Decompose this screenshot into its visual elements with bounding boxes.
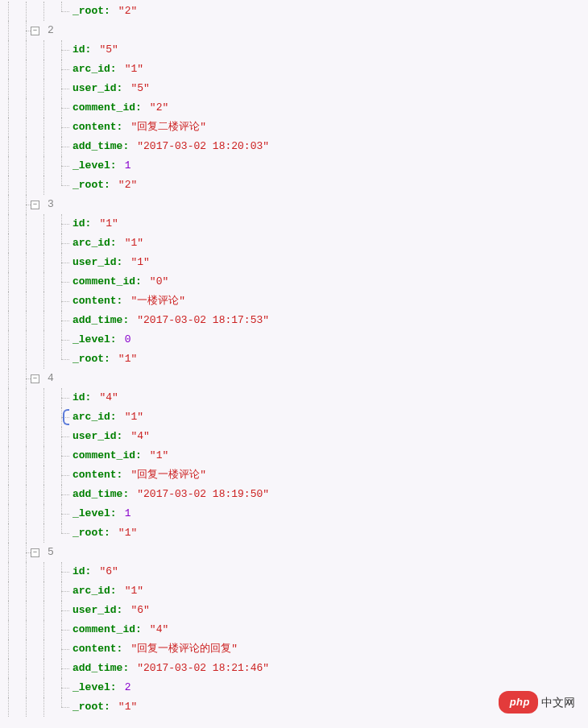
json-key: user_id [72, 253, 117, 272]
json-key: comment_id [72, 446, 135, 465]
tree-group-header[interactable]: −2 [0, 21, 588, 40]
json-string-value: "6" [99, 562, 118, 581]
tree-leaf[interactable]: _root :"2" [0, 176, 588, 195]
tree-leaf[interactable]: content :"回复一楼评论的回复" [0, 639, 588, 659]
tree-leaf[interactable]: content :"回复一楼评论" [0, 465, 588, 485]
json-key: add_time [72, 659, 122, 678]
tree-leaf[interactable]: add_time :"2017-03-02 18:20:03" [0, 137, 588, 156]
json-key: user_id [72, 79, 117, 98]
tree-leaf[interactable]: arc_id :"1" [0, 407, 588, 427]
json-string-value: "回复一楼评论" [130, 465, 206, 485]
json-key: id [72, 388, 85, 407]
colon: : [110, 504, 117, 523]
colon: : [117, 118, 123, 137]
colon: : [135, 272, 142, 292]
colon: : [117, 427, 123, 446]
json-string-value: "一楼评论" [130, 292, 185, 311]
tree-leaf[interactable]: comment_id :"4" [0, 620, 588, 639]
colon: : [104, 2, 110, 21]
tree-leaf[interactable]: arc_id :"1" [0, 234, 588, 253]
tree-leaf[interactable]: _root :"1" [0, 350, 588, 369]
collapse-toggle-icon[interactable]: − [31, 374, 39, 383]
tree-group-header[interactable]: −5 [0, 543, 588, 562]
json-string-value: "2" [118, 2, 137, 21]
colon: : [104, 176, 110, 195]
collapse-toggle-icon[interactable]: − [31, 548, 39, 557]
json-key: arc_id [72, 60, 110, 79]
json-key: user_id [72, 427, 117, 446]
json-key: content [72, 639, 117, 659]
tree-leaf[interactable]: content :"一楼评论" [0, 292, 588, 311]
watermark-badge: php 中文网 [499, 691, 575, 714]
tree-leaf[interactable]: arc_id :"1" [0, 581, 588, 601]
colon: : [110, 234, 117, 253]
json-key: add_time [72, 137, 122, 156]
colon: : [117, 79, 123, 98]
tree-leaf[interactable]: _root :"2" [0, 2, 588, 21]
colon: : [110, 678, 117, 697]
tree-leaf[interactable]: content :"回复二楼评论" [0, 118, 588, 137]
colon: : [135, 98, 142, 118]
json-string-value: "1" [125, 407, 143, 427]
colon: : [110, 60, 117, 79]
tree-leaf[interactable]: id :"6" [0, 562, 588, 581]
json-key: comment_id [72, 98, 135, 118]
tree-leaf[interactable]: comment_id :"0" [0, 272, 588, 292]
tree-leaf[interactable]: add_time :"2017-03-02 18:21:46" [0, 659, 588, 678]
colon: : [122, 311, 129, 330]
json-string-value: "1" [130, 253, 149, 272]
json-string-value: "0" [150, 272, 168, 292]
json-string-value: "6" [130, 601, 149, 620]
json-key: user_id [72, 601, 117, 620]
json-key: _root [72, 350, 104, 369]
json-key: _root [72, 176, 104, 195]
tree-leaf[interactable]: add_time :"2017-03-02 18:17:53" [0, 311, 588, 330]
json-string-value: "回复一楼评论的回复" [130, 639, 238, 659]
json-string-value: "1" [118, 523, 137, 543]
tree-leaf[interactable]: _root :"1" [0, 523, 588, 543]
collapse-toggle-icon[interactable]: − [31, 201, 39, 209]
json-key: id [72, 214, 85, 234]
json-string-value: "4" [130, 427, 149, 446]
json-key: content [72, 465, 117, 485]
tree-leaf[interactable]: user_id :"4" [0, 427, 588, 446]
json-key: comment_id [72, 620, 135, 639]
tree-leaf[interactable]: arc_id :"1" [0, 60, 588, 79]
tree-group-header[interactable]: −4 [0, 369, 588, 388]
tree-leaf[interactable]: comment_id :"2" [0, 98, 588, 118]
tree-leaf[interactable]: _level :1 [0, 156, 588, 176]
tree-group-header[interactable]: −3 [0, 195, 588, 214]
json-string-value: "4" [150, 620, 168, 639]
colon: : [104, 350, 110, 369]
json-string-value: "5" [99, 40, 118, 60]
json-key: _root [72, 697, 104, 717]
json-string-value: "1" [99, 214, 118, 234]
json-string-value: "回复二楼评论" [130, 118, 206, 137]
json-key: _level [72, 156, 110, 176]
tree-leaf[interactable]: id :"5" [0, 40, 588, 60]
tree-leaf[interactable]: _level :0 [0, 330, 588, 350]
colon: : [104, 523, 110, 543]
tree-leaf[interactable]: user_id :"5" [0, 79, 588, 98]
json-key: add_time [72, 485, 122, 504]
json-string-value: "2017-03-02 18:19:50" [137, 485, 269, 504]
json-key: arc_id [72, 234, 110, 253]
json-tree: _root :"2"−2id :"5"arc_id :"1"user_id :"… [0, 0, 588, 717]
json-key: id [72, 562, 85, 581]
tree-leaf[interactable]: user_id :"1" [0, 253, 588, 272]
tree-leaf[interactable]: id :"1" [0, 214, 588, 234]
json-string-value: "2017-03-02 18:17:53" [137, 311, 269, 330]
colon: : [135, 446, 142, 465]
json-string-value: "1" [125, 234, 143, 253]
json-key: _level [72, 504, 110, 523]
json-string-value: "1" [118, 350, 137, 369]
colon: : [122, 485, 129, 504]
tree-leaf[interactable]: add_time :"2017-03-02 18:19:50" [0, 485, 588, 504]
tree-leaf[interactable]: _level :1 [0, 504, 588, 523]
json-number-value: 1 [125, 156, 131, 176]
tree-leaf[interactable]: user_id :"6" [0, 601, 588, 620]
colon: : [110, 330, 117, 350]
tree-leaf[interactable]: comment_id :"1" [0, 446, 588, 465]
tree-leaf[interactable]: id :"4" [0, 388, 588, 407]
collapse-toggle-icon[interactable]: − [31, 27, 39, 35]
